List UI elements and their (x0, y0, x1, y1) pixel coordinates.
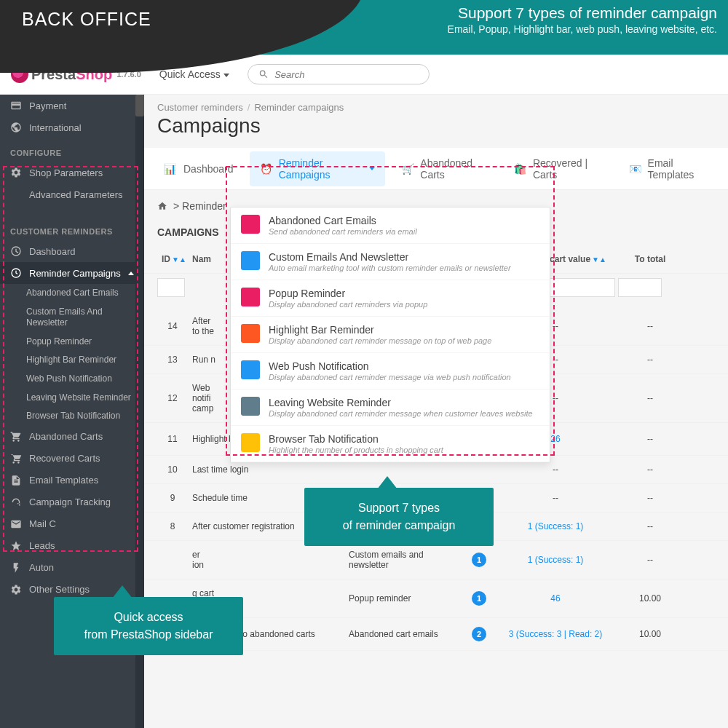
sidebar-sub-2[interactable]: Popup Reminder (0, 333, 144, 352)
tab-3[interactable]: 🛍️ Recovered | Carts (503, 151, 612, 186)
sidebar-section-configure: CONFIGURE (0, 138, 144, 162)
refresh-icon (10, 496, 22, 508)
tab-icon-3: 🛍️ (513, 161, 527, 177)
blank-icon (10, 189, 22, 200)
sidebar-cr2-4[interactable]: Mail C (0, 513, 144, 535)
count-badge: 1 (472, 591, 486, 606)
mail-icon (10, 518, 22, 530)
sidebar-item-0[interactable]: Payment (0, 95, 144, 116)
sidebar-configure-0[interactable]: Shop Parameters (0, 162, 144, 183)
quick-access-menu[interactable]: Quick Access (159, 68, 229, 80)
sidebar-cr2-5[interactable]: Leads (0, 535, 144, 557)
tab-1[interactable]: ⏰ Reminder Campaigns (250, 151, 385, 186)
dropdown-item-1[interactable]: Custom Emails And Newsletter Auto email … (231, 244, 550, 280)
cart-icon (10, 431, 22, 443)
dropdown-icon-2 (241, 288, 260, 306)
dropdown-icon-5 (241, 397, 260, 416)
count-badge: 2 (472, 627, 486, 641)
dropdown-item-3[interactable]: Highlight Bar Reminder Display abandoned… (231, 317, 550, 353)
home-icon (157, 201, 167, 211)
callout-sidebar: Quick access from PrestaShop sidebar (54, 597, 243, 655)
sidebar-cr2-6[interactable]: Auton (0, 557, 144, 579)
tab-icon-1: ⏰ (260, 161, 273, 177)
breadcrumb: Customer reminders/Reminder campaigns (144, 95, 728, 114)
sidebar-cr2-3[interactable]: Campaign Tracking (0, 491, 144, 513)
dropdown-item-0[interactable]: Abandoned Cart Emails Send abandoned car… (231, 207, 550, 244)
page-title: Campaigns (144, 114, 728, 148)
sidebar-item-1[interactable]: International (0, 116, 144, 138)
chevron-down-icon (369, 167, 375, 170)
sidebar-cr2-1[interactable]: Recovered Carts (0, 448, 144, 470)
sidebar-sub-3[interactable]: Highlight Bar Reminder (0, 351, 144, 370)
sidebar-configure-1[interactable]: Advanced Parameters (0, 183, 144, 205)
search-box[interactable] (248, 64, 430, 84)
filter-id[interactable] (157, 278, 185, 297)
count-badge: 1 (472, 553, 486, 567)
sidebar-cr2-2[interactable]: Email Templates (0, 470, 144, 491)
globe-icon (10, 122, 22, 133)
tab-0[interactable]: 📊 Dashboard (151, 155, 244, 183)
tab-2[interactable]: 🛒 Abandoned Carts (391, 151, 498, 186)
sidebar-cr2-0[interactable]: Abandoned Carts (0, 426, 144, 448)
tabs: 📊 Dashboard ⏰ Reminder Campaigns 🛒 Aband… (144, 148, 728, 190)
gear-icon (10, 167, 22, 178)
sidebar-sub-0[interactable]: Abandoned Cart Emails (0, 284, 144, 303)
chevron-up-icon (128, 272, 134, 275)
sidebar-sub-4[interactable]: Web Push Notification (0, 370, 144, 389)
banner-title: Support 7 types of reminder campaign (448, 4, 717, 22)
gear-icon (10, 584, 22, 596)
tab-icon-4: 📧 (628, 161, 642, 177)
banner-subtitle: Email, Popup, Highlight bar, web push, l… (448, 23, 717, 35)
bolt-icon (10, 562, 22, 574)
sidebar-cr-0[interactable]: Dashboard (0, 240, 144, 262)
search-icon (258, 68, 269, 80)
dropdown-icon-3 (241, 324, 260, 343)
dropdown-icon-0 (241, 215, 260, 234)
banner-left-title: BACK OFFICE (22, 9, 151, 30)
cartcheck-icon (10, 453, 22, 464)
tab-icon-2: 🛒 (401, 161, 415, 177)
dropdown-item-2[interactable]: Popup Reminder Display abandoned cart re… (231, 280, 550, 317)
callout-dropdown: Support 7 types of reminder campaign (304, 488, 494, 546)
filter-to[interactable] (618, 278, 662, 297)
gauge-icon (10, 245, 22, 257)
dropdown-icon-1 (241, 251, 260, 270)
dropdown-item-6[interactable]: Browser Tab Notification Highlight the n… (231, 426, 550, 462)
doc-icon (10, 475, 22, 486)
card-icon (10, 100, 22, 111)
chevron-down-icon (223, 74, 229, 77)
sidebar-section-reminders: CUSTOMER REMINDERS (0, 217, 144, 240)
clock-icon (10, 267, 22, 279)
sidebar-sub-5[interactable]: Leaving Website Reminder (0, 389, 144, 408)
reminder-type-dropdown: Abandoned Cart Emails Send abandoned car… (230, 207, 550, 463)
sidebar-sub-6[interactable]: Browser Tab Notification (0, 407, 144, 426)
star-icon (10, 540, 22, 552)
dropdown-icon-4 (241, 360, 260, 379)
table-row[interactable]: er ion Custom emails and newsletter 1 1 … (144, 541, 728, 579)
search-input[interactable] (274, 69, 419, 80)
dropdown-item-4[interactable]: Web Push Notification Display abandoned … (231, 353, 550, 389)
promo-banner: BACK OFFICE Support 7 types of reminder … (0, 0, 728, 55)
tab-4[interactable]: 📧 Email Templates (618, 151, 721, 186)
dropdown-item-5[interactable]: Leaving Website Reminder Display abandon… (231, 389, 550, 426)
sidebar-sub-1[interactable]: Custom Emails And Newsletter (0, 303, 144, 333)
dropdown-icon-6 (241, 433, 260, 452)
tab-icon-0: 📊 (162, 161, 178, 177)
sidebar-cr-1[interactable]: Reminder Campaigns (0, 262, 144, 284)
